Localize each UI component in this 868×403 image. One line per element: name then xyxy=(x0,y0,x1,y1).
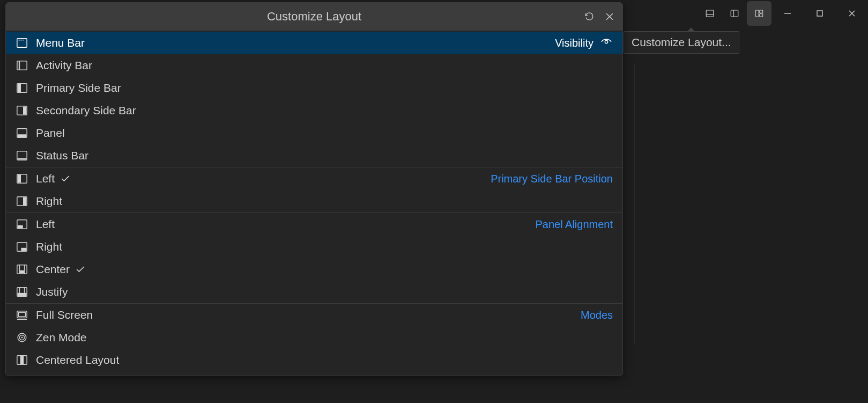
svg-rect-5 xyxy=(760,10,763,13)
window-minimize-button[interactable] xyxy=(771,1,804,26)
window-maximize-button[interactable] xyxy=(804,1,836,26)
layout-group: Full ScreenModesZen ModeCentered Layout xyxy=(6,303,622,371)
layout-panel-center-icon xyxy=(16,263,28,276)
tooltip-text: Customize Layout... xyxy=(632,36,731,48)
customize-layout-panel: Customize Layout Menu BarVisibilityActiv… xyxy=(5,2,623,376)
layout-menubar-icon xyxy=(16,36,28,49)
customize-layout-button[interactable] xyxy=(747,1,771,26)
layout-panel-left-icon xyxy=(16,218,28,231)
target-icon xyxy=(16,331,28,344)
layout-option-row[interactable]: Full ScreenModes xyxy=(6,304,622,326)
layout-option-row[interactable]: Secondary Side Bar xyxy=(6,99,622,122)
layout-option-row[interactable]: Activity Bar xyxy=(6,54,622,77)
option-label: Activity Bar xyxy=(36,59,92,72)
group-header-label: Panel Alignment xyxy=(535,218,613,231)
panel-header: Customize Layout xyxy=(6,3,622,31)
svg-rect-6 xyxy=(760,14,763,17)
window-close-button[interactable] xyxy=(836,1,868,26)
svg-rect-4 xyxy=(755,10,759,17)
layout-option-row[interactable]: Right xyxy=(6,236,622,258)
layout-option-row[interactable]: Primary Side Bar xyxy=(6,77,622,99)
option-label: Right xyxy=(36,195,62,208)
layout-sidebar-right-icon xyxy=(16,104,28,117)
layout-option-row[interactable]: LeftPrimary Side Bar Position xyxy=(6,167,622,190)
layout-sidebar-left-icon xyxy=(16,172,28,185)
layout-sidebar-left-icon xyxy=(16,82,28,94)
option-label: Status Bar xyxy=(36,149,88,162)
layout-statusbar-icon xyxy=(16,149,28,162)
layout-option-row[interactable]: Panel xyxy=(6,122,622,144)
group-header: Primary Side Bar Position xyxy=(491,173,613,185)
group-header: Visibility xyxy=(555,36,613,49)
option-label: Center xyxy=(36,263,70,276)
option-label: Primary Side Bar xyxy=(36,82,121,94)
layout-panel-icon xyxy=(16,127,28,140)
group-header: Modes xyxy=(581,309,613,321)
toggle-panel-button[interactable] xyxy=(698,1,722,26)
layout-option-row[interactable]: Zen Mode xyxy=(6,326,622,349)
option-label: Right xyxy=(36,240,62,253)
panel-actions xyxy=(582,9,617,24)
option-label: Left xyxy=(36,218,55,231)
group-header: Panel Alignment xyxy=(535,218,613,231)
layout-sidebar-right-icon xyxy=(16,195,28,208)
layout-panel-right-icon xyxy=(16,240,28,253)
group-header-label: Visibility xyxy=(555,37,593,49)
check-icon xyxy=(75,264,86,275)
option-label: Panel xyxy=(36,127,65,140)
customize-layout-tooltip: Customize Layout... xyxy=(624,31,739,54)
option-label: Secondary Side Bar xyxy=(36,104,136,117)
group-header-label: Primary Side Bar Position xyxy=(491,173,613,185)
visibility-icon xyxy=(600,36,613,49)
layout-option-row[interactable]: Center xyxy=(6,258,622,281)
layout-group: LeftPanel AlignmentRightCenterJustify xyxy=(6,213,622,303)
option-label: Full Screen xyxy=(36,309,93,321)
reset-layout-button[interactable] xyxy=(582,9,597,24)
option-label: Justify xyxy=(36,285,68,298)
layout-centered-icon xyxy=(16,354,28,367)
layout-group: Menu BarVisibilityActivity BarPrimary Si… xyxy=(6,32,622,167)
svg-rect-0 xyxy=(706,10,714,17)
panel-title: Customize Layout xyxy=(267,10,361,24)
toggle-sidebar-button[interactable] xyxy=(722,1,747,26)
group-header-label: Modes xyxy=(581,309,613,321)
option-label: Menu Bar xyxy=(36,36,85,49)
titlebar-controls xyxy=(698,0,868,27)
svg-rect-8 xyxy=(817,11,822,16)
layout-option-row[interactable]: Menu BarVisibility xyxy=(6,32,622,54)
layout-activitybar-icon xyxy=(16,59,28,72)
layout-option-row[interactable]: Centered Layout xyxy=(6,349,622,371)
layout-option-row[interactable]: Justify xyxy=(6,281,622,303)
check-icon xyxy=(60,173,71,184)
close-panel-button[interactable] xyxy=(602,9,617,24)
background-divider xyxy=(634,64,635,343)
option-label: Centered Layout xyxy=(36,354,119,367)
option-label: Zen Mode xyxy=(36,331,87,344)
option-label: Left xyxy=(36,172,55,185)
screen-full-icon xyxy=(16,309,28,321)
layout-option-row[interactable]: Right xyxy=(6,190,622,213)
layout-option-row[interactable]: LeftPanel Alignment xyxy=(6,213,622,236)
layout-option-row[interactable]: Status Bar xyxy=(6,144,622,167)
layout-options-list: Menu BarVisibilityActivity BarPrimary Si… xyxy=(6,31,622,376)
svg-rect-2 xyxy=(731,10,738,17)
layout-panel-justify-icon xyxy=(16,285,28,298)
layout-group: LeftPrimary Side Bar PositionRight xyxy=(6,167,622,213)
